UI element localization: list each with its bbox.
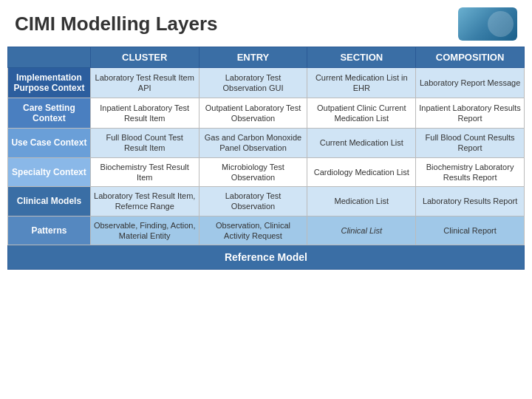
entry-header: ENTRY bbox=[199, 47, 307, 68]
cell-row3-section: Cardiology Medication List bbox=[307, 157, 416, 187]
header-decoration bbox=[458, 7, 517, 41]
row-label-dark: Implementation Purpose Context bbox=[8, 68, 91, 98]
cell-row0-section: Current Medication List in EHR bbox=[307, 68, 416, 98]
cell-row2-cluster: Full Blood Count Test Result Item bbox=[90, 129, 199, 158]
cell-row5-section: Clinical List bbox=[307, 216, 416, 245]
cell-row1-cluster: Inpatient Laboratory Test Result Item bbox=[90, 98, 199, 129]
header-row: CLUSTER ENTRY SECTION COMPOSITION bbox=[8, 47, 525, 68]
row-label-clinical: Clinical Models bbox=[8, 187, 91, 216]
table-row: Use Case ContextFull Blood Count Test Re… bbox=[8, 129, 525, 158]
cell-row2-section: Current Medication List bbox=[307, 129, 416, 158]
row-label-lighter: Specialty Context bbox=[8, 157, 91, 187]
table-row: Clinical ModelsLaboratory Test Result It… bbox=[8, 187, 525, 216]
table-row: PatternsObservable, Finding, Action, Mat… bbox=[8, 216, 525, 245]
cell-row4-cluster: Laboratory Test Result Item, Refernce Ra… bbox=[90, 187, 199, 216]
cell-row3-entry: Microbiology Test Observation bbox=[199, 157, 307, 187]
cell-row5-composition: Clinical Report bbox=[416, 216, 525, 245]
main-table-container: CLUSTER ENTRY SECTION COMPOSITION Implem… bbox=[0, 47, 532, 274]
cell-row3-composition: Biochemistry Laboratory Results Report bbox=[416, 157, 525, 187]
cell-row0-composition: Laboratory Report Message bbox=[416, 68, 525, 98]
page-wrapper: CIMI Modelling Layers CLUSTER ENTRY SECT… bbox=[0, 0, 532, 399]
cell-row3-cluster: Biochemistry Test Result Item bbox=[90, 157, 199, 187]
cell-row4-section: Medication List bbox=[307, 187, 416, 216]
cell-row5-entry: Observation, Clinical Activity Request bbox=[199, 216, 307, 245]
composition-header: COMPOSITION bbox=[416, 47, 525, 68]
row-label-patterns: Patterns bbox=[8, 216, 91, 245]
cluster-header: CLUSTER bbox=[90, 47, 199, 68]
cell-row4-entry: Laboratory Test Observation bbox=[199, 187, 307, 216]
header-empty-cell bbox=[8, 47, 91, 68]
cell-row1-composition: Inpatient Laboratory Results Report bbox=[416, 98, 525, 129]
cell-row2-composition: Full Blood Count Results Report bbox=[416, 129, 525, 158]
row-label-light: Use Case Context bbox=[8, 129, 91, 158]
table-row: Care Setting ContextInpatient Laboratory… bbox=[8, 98, 525, 129]
cell-row1-section: Outpatient Clinic Current Medication Lis… bbox=[307, 98, 416, 129]
row-label-medium: Care Setting Context bbox=[8, 98, 91, 129]
cell-row5-cluster: Observable, Finding, Action, Material En… bbox=[90, 216, 199, 245]
cell-row2-entry: Gas and Carbon Monoxide Panel Observatio… bbox=[199, 129, 307, 158]
cell-row4-composition: Laboratory Results Report bbox=[416, 187, 525, 216]
section-header: SECTION bbox=[307, 47, 416, 68]
page-title: CIMI Modelling Layers bbox=[15, 13, 218, 35]
table-row: Specialty ContextBiochemistry Test Resul… bbox=[8, 157, 525, 187]
cell-row1-entry: Outpatient Laboratory Test Observation bbox=[199, 98, 307, 129]
header: CIMI Modelling Layers bbox=[0, 0, 532, 47]
table-row: Implementation Purpose ContextLaboratory… bbox=[8, 68, 525, 98]
modelling-layers-table: CLUSTER ENTRY SECTION COMPOSITION Implem… bbox=[7, 47, 525, 270]
cell-row0-entry: Laboratory Test Observation GUI bbox=[199, 68, 307, 98]
cell-row0-cluster: Laboratory Test Result Item API bbox=[90, 68, 199, 98]
reference-model-label: Reference Model bbox=[8, 245, 525, 270]
reference-model-row: Reference Model bbox=[8, 245, 525, 270]
